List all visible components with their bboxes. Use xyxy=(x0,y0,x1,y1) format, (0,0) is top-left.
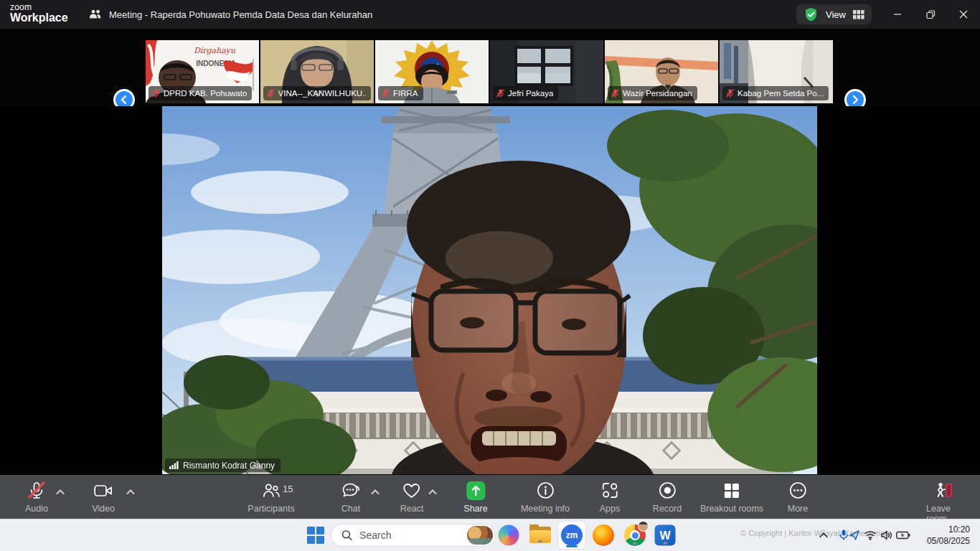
taskbar-search[interactable] xyxy=(331,524,496,547)
audio-button[interactable]: Audio xyxy=(25,481,48,514)
clock-date: 05/08/2025 xyxy=(927,535,970,547)
react-button[interactable]: React xyxy=(400,481,424,514)
copilot-icon xyxy=(499,525,519,546)
minimize-button[interactable] xyxy=(881,0,914,29)
tray-overflow-button[interactable] xyxy=(819,532,829,539)
taskbar-app-firefox[interactable] xyxy=(593,524,614,546)
participant-thumbnail[interactable]: Dirgahayu INDONESIA DPRD KAB. Pohuwato xyxy=(146,40,259,103)
firefox-icon xyxy=(593,524,614,546)
tray-mic-in-use[interactable] xyxy=(839,529,848,541)
windows-taskbar: © Copyright | Kantor Wilayah Kementerian… xyxy=(0,519,980,551)
active-speaker-video[interactable]: Rismanto Kodrat Ganny xyxy=(162,106,817,474)
participants-label: Participants xyxy=(248,504,294,514)
heart-icon xyxy=(402,482,421,499)
zoom-meeting-window: zoom Workplace Meeting - Raperda Pohuwat… xyxy=(0,0,980,551)
participant-thumbnail[interactable]: Jefri Pakaya xyxy=(490,40,603,103)
connection-bars-icon xyxy=(169,461,179,469)
video-options-chevron[interactable] xyxy=(126,485,135,498)
muted-mic-icon xyxy=(726,89,734,98)
speaker-icon xyxy=(881,530,893,540)
tray-wifi[interactable] xyxy=(864,530,877,540)
participant-name-tag: DPRD KAB. Pohuwato xyxy=(149,86,252,100)
muted-mic-icon xyxy=(267,89,275,98)
tray-volume[interactable] xyxy=(881,530,893,540)
more-button[interactable]: More xyxy=(788,481,808,514)
chat-button[interactable]: Chat xyxy=(341,481,361,514)
video-camera-icon xyxy=(93,483,113,499)
tray-battery[interactable] xyxy=(896,531,910,540)
participant-thumbnail[interactable]: Wazir Persidangan xyxy=(605,40,718,103)
meeting-people-icon xyxy=(89,9,103,20)
taskbar-app-copilot[interactable] xyxy=(499,525,519,546)
security-shield-icon xyxy=(804,7,819,22)
security-view-pill[interactable]: View xyxy=(796,4,872,24)
main-stage: Rismanto Kodrat Ganny xyxy=(0,106,980,475)
video-button[interactable]: Video xyxy=(92,481,115,514)
meeting-info-button[interactable]: Meeting info xyxy=(521,481,570,514)
tray-location-in-use[interactable] xyxy=(849,530,859,540)
meeting-info-label: Meeting info xyxy=(521,504,570,514)
participant-thumbnail[interactable]: VINA--_KANWILHUKU... xyxy=(260,40,374,103)
participant-name: DPRD KAB. Pohuwato xyxy=(164,89,247,98)
record-icon xyxy=(658,481,676,499)
chrome-profile-avatar xyxy=(638,521,649,532)
participant-name-tag: VINA--_KANWILHUKU... xyxy=(263,86,371,100)
muted-mic-icon xyxy=(382,89,390,98)
apps-label: Apps xyxy=(600,504,621,514)
zoom-workplace-logo: zoom Workplace xyxy=(10,3,68,24)
react-options-chevron[interactable] xyxy=(428,485,437,498)
record-label: Record xyxy=(653,504,682,514)
info-icon xyxy=(536,481,554,499)
video-label: Video xyxy=(92,504,115,514)
meeting-toolbar: Audio Video Particip xyxy=(0,475,980,519)
leave-room-button[interactable]: Leave room xyxy=(926,481,962,524)
taskbar-app-chrome[interactable] xyxy=(624,524,646,546)
restore-button[interactable] xyxy=(914,0,947,29)
close-icon xyxy=(959,10,968,19)
more-label: More xyxy=(788,504,808,514)
share-button[interactable]: Share xyxy=(463,481,487,514)
logo-zoom-text: zoom xyxy=(10,3,68,11)
participant-thumbnail[interactable]: FIRRA xyxy=(375,40,489,103)
mic-muted-icon xyxy=(27,481,46,500)
close-button[interactable] xyxy=(947,0,980,29)
restore-icon xyxy=(926,10,936,19)
taskbar-clock[interactable]: 10:20 05/08/2025 xyxy=(927,524,970,547)
apps-button[interactable]: Apps xyxy=(600,481,621,514)
wifi-icon xyxy=(864,530,877,540)
chevron-right-icon xyxy=(850,95,860,105)
search-input[interactable] xyxy=(359,529,467,541)
taskbar-app-explorer[interactable] xyxy=(529,527,551,544)
search-highlight-image[interactable] xyxy=(467,526,493,545)
participant-name-tag: Wazir Persidangan xyxy=(608,86,697,100)
mic-in-use-icon xyxy=(839,529,848,541)
minimize-icon xyxy=(893,10,902,19)
participant-name: VINA--_KANWILHUKU... xyxy=(278,89,366,98)
breakout-rooms-icon xyxy=(723,482,740,499)
participant-name: FIRRA xyxy=(393,89,418,98)
start-button[interactable] xyxy=(307,527,324,544)
record-button[interactable]: Record xyxy=(653,481,682,514)
audio-label: Audio xyxy=(25,504,48,514)
speaker-video-art xyxy=(162,106,817,474)
chat-icon xyxy=(341,482,361,499)
battery-charging-icon xyxy=(896,531,910,540)
taskbar-app-zoom-active[interactable]: zm xyxy=(558,522,585,549)
participant-name-tag: Jefri Pakaya xyxy=(493,86,558,100)
chat-label: Chat xyxy=(341,504,360,514)
leave-room-icon xyxy=(935,481,953,499)
chevron-up-icon xyxy=(819,532,829,539)
breakout-rooms-button[interactable]: Breakout rooms xyxy=(700,481,763,514)
active-speaker-name-tag: Rismanto Kodrat Ganny xyxy=(165,458,281,472)
participant-thumbnail[interactable]: Kabag Pem Setda Po... xyxy=(720,40,833,103)
participant-name: Jefri Pakaya xyxy=(508,89,553,98)
gallery-view-icon xyxy=(853,10,864,19)
react-label: React xyxy=(400,504,424,514)
muted-mic-icon xyxy=(152,89,160,98)
chat-options-chevron[interactable] xyxy=(371,485,380,498)
active-speaker-name: Rismanto Kodrat Ganny xyxy=(183,461,275,471)
taskbar-app-word[interactable]: W xyxy=(655,525,676,546)
logo-workplace-text: Workplace xyxy=(10,12,68,24)
view-button-label[interactable]: View xyxy=(826,9,846,20)
audio-options-chevron[interactable] xyxy=(56,485,65,498)
